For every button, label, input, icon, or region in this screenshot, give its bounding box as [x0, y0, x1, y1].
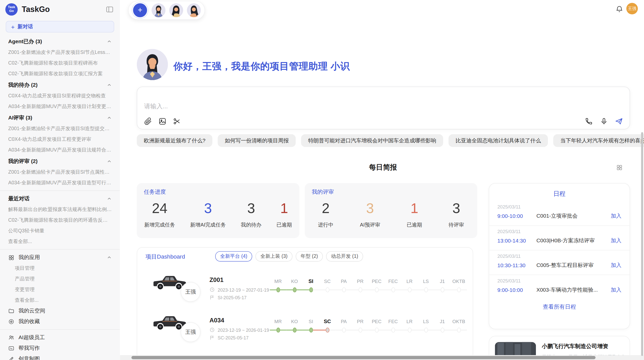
- sidebar-task-item[interactable]: Z001-全新燃油皮卡产品开发项目SI节点Lesson Learn报告: [8, 47, 112, 57]
- milestone-ls[interactable]: LS: [418, 317, 434, 335]
- suggestion-chip[interactable]: 当下年轻人对汽车外观有怎样的喜好趋势: [553, 134, 644, 147]
- milestone-sc[interactable]: SC: [319, 277, 336, 294]
- sidebar-task-item[interactable]: A034-全新新能源MUV产品开发项目造型可行性评审: [8, 177, 112, 188]
- project-row-z001[interactable]: 王强 Z001 2023-12-19 ~ 2027-01-19 SI-2025-…: [137, 271, 473, 312]
- milestone-pr[interactable]: PR: [352, 277, 369, 294]
- suggestion-chip[interactable]: 比亚迪全固态电池计划具体说了什么: [449, 134, 548, 147]
- schedule-item[interactable]: 2025/03/1113:00-14:30C003|H0B-方案冻结评审加入: [489, 226, 630, 250]
- milestone-j1[interactable]: J1: [434, 317, 451, 335]
- briefing-layout-icon[interactable]: [615, 163, 624, 172]
- avatar-3[interactable]: [187, 3, 201, 17]
- sidebar-section-header[interactable]: Agent已办 (3): [8, 36, 112, 47]
- project-code: Z001: [210, 276, 224, 283]
- sidebar-item-favorites[interactable]: 我的收藏: [8, 316, 112, 327]
- milestone-dot-row: [270, 285, 286, 294]
- milestone-lr[interactable]: LR: [401, 277, 418, 294]
- add-conversation-button[interactable]: +: [132, 3, 148, 18]
- app-sub-item[interactable]: 变更管理: [8, 284, 112, 295]
- sidebar-item-ai-super-staff[interactable]: AI超级员工: [8, 332, 112, 343]
- sidebar-task-item[interactable]: Z001-全新燃油轻卡产品开发项目SI造型提交物评审: [8, 123, 112, 134]
- avatar-1[interactable]: [152, 3, 166, 17]
- sidebar-collapse-icon[interactable]: [105, 5, 114, 14]
- milestone-dot-row: [352, 326, 369, 335]
- project-row-a034[interactable]: 王强 A034 2023-12-19 ~ 2026-01-19 SC-2025-…: [137, 312, 473, 353]
- suggestion-chip[interactable]: 欧洲新规最近颁布了什么?: [137, 134, 213, 147]
- milestone-dot: [293, 287, 297, 292]
- notification-bell-icon[interactable]: [615, 5, 623, 13]
- recent-chats-header[interactable]: 最近对话: [8, 193, 112, 204]
- milestone-ko[interactable]: KO: [286, 317, 303, 335]
- phone-call-icon[interactable]: [584, 117, 593, 125]
- milestone-mr[interactable]: MR: [270, 317, 286, 335]
- suggestion-chip[interactable]: 特朗普可能对进口汽车增税会对中国车企造成哪些影响: [301, 134, 443, 147]
- sidebar-task-item[interactable]: C0X4-动力总成开发项目工程变更评审: [8, 134, 112, 144]
- milestone-j1[interactable]: J1: [434, 277, 451, 294]
- greeting-text: 你好，王强，我是你的项目管理助理 小识: [173, 60, 350, 73]
- dashboard-tab[interactable]: 全新上装 (3): [255, 251, 292, 261]
- milestone-pr[interactable]: PR: [352, 317, 369, 335]
- dashboard-tab[interactable]: 年型 (2): [296, 251, 323, 261]
- recent-chat-item[interactable]: C02-飞腾新能源轻客改款项目的闭环通告反馈情况: [8, 215, 112, 226]
- milestone-sc[interactable]: SC: [319, 317, 336, 335]
- screenshot-scissors-icon[interactable]: [172, 117, 181, 125]
- join-link[interactable]: 加入: [611, 212, 621, 220]
- milestone-label: PR: [352, 277, 369, 285]
- milestone-lr[interactable]: LR: [401, 317, 418, 335]
- milestone-mr[interactable]: MR: [270, 277, 286, 294]
- schedule-time: 10:30-11:30: [497, 262, 536, 268]
- milestone-ls[interactable]: LS: [418, 277, 434, 294]
- dashboard-tab[interactable]: 全新平台 (4): [215, 251, 252, 261]
- milestone-fec[interactable]: FEC: [385, 317, 401, 335]
- sidebar-task-item[interactable]: C02-飞腾新能源轻客改款项目里程碑画布: [8, 57, 112, 68]
- app-sub-item[interactable]: 项目管理: [8, 263, 112, 273]
- sidebar-item-my-apps[interactable]: 我的应用: [8, 252, 112, 263]
- sidebar-section-header[interactable]: 我的待办 (2): [8, 80, 112, 90]
- user-avatar[interactable]: 王强: [626, 3, 638, 14]
- milestone-si[interactable]: SI: [303, 277, 319, 294]
- join-link[interactable]: 加入: [611, 286, 621, 294]
- sidebar-task-item[interactable]: Z001-全新燃油轻卡产品开发项目SI节点属性5D文件评审: [8, 167, 112, 177]
- sidebar-section-header[interactable]: 我的评审 (2): [8, 156, 112, 167]
- avatar-2[interactable]: [169, 3, 183, 17]
- milestone-oktb[interactable]: OKTB: [450, 277, 467, 294]
- chat-input-card[interactable]: 请输入...: [137, 87, 630, 129]
- sidebar-item-help-me-write[interactable]: 帮我写作: [8, 343, 112, 353]
- recent-chat-item[interactable]: 解释最新出台的欧盟报废车法规再生塑料比例被调至15%...: [8, 204, 112, 215]
- microphone-icon[interactable]: [600, 117, 608, 125]
- view-all-schedule-link[interactable]: 查看所有日程: [489, 303, 630, 311]
- sidebar-task-item[interactable]: A034-全新新能源MUV产品开发项目法规符合性评审: [8, 144, 112, 155]
- sidebar-task-item[interactable]: C0X4-动力总成开发项目SI里程碑提交物检查: [8, 90, 112, 101]
- milestone-oktb[interactable]: OKTB: [450, 317, 467, 335]
- image-upload-icon[interactable]: [158, 117, 166, 125]
- app-sub-item[interactable]: 查看全部...: [8, 295, 112, 305]
- stat-item: 3AI预评审: [360, 200, 380, 229]
- app-sub-item[interactable]: 产品管理: [8, 273, 112, 284]
- milestone-fec[interactable]: FEC: [385, 277, 401, 294]
- attachment-icon[interactable]: [144, 117, 152, 125]
- milestone-ko[interactable]: KO: [286, 277, 303, 294]
- schedule-list: 2025/03/119:00-10:00C001-立项审批会加入2025/03/…: [489, 201, 630, 299]
- sidebar-item-cloud-space[interactable]: 我的云空间: [8, 305, 112, 316]
- recent-chat-item[interactable]: 查看全部...: [8, 236, 112, 247]
- recent-chat-item[interactable]: 公司Q3轻卡销量: [8, 226, 112, 236]
- join-link[interactable]: 加入: [611, 262, 621, 269]
- sidebar-task-item[interactable]: C02-飞腾新能源轻客改款项目立项汇报方案: [8, 68, 112, 79]
- sidebar-item-creative-drawing[interactable]: 创意制图: [8, 353, 112, 360]
- schedule-item[interactable]: 2025/03/119:00-10:00C001-立项审批会加入: [489, 201, 630, 226]
- milestone-pa[interactable]: PA: [335, 317, 352, 335]
- sidebar-task-item[interactable]: A034-全新新能源MUV产品开发项目计划变更表编写: [8, 101, 112, 112]
- new-chat-button[interactable]: + 新对话: [6, 21, 114, 32]
- milestone-si[interactable]: SI: [303, 317, 319, 335]
- dashboard-tab[interactable]: 动总开发 (1): [326, 251, 363, 261]
- milestone-pa[interactable]: PA: [335, 277, 352, 294]
- join-link[interactable]: 加入: [611, 237, 621, 244]
- milestone-pec[interactable]: PEC: [368, 277, 385, 294]
- vertical-scrollbar-thumb[interactable]: [641, 132, 643, 356]
- milestone-pec[interactable]: PEC: [368, 317, 385, 335]
- horizontal-scrollbar-thumb[interactable]: [131, 356, 596, 359]
- send-icon[interactable]: [615, 117, 623, 125]
- schedule-item[interactable]: 2025/03/119:00-10:00X003-车辆动力学性能验...加入: [489, 275, 630, 299]
- sidebar-section-header[interactable]: AI评审 (3): [8, 112, 112, 123]
- suggestion-chip[interactable]: 如何写一份清晰的项目周报: [218, 134, 296, 147]
- schedule-item[interactable]: 2025/03/1110:30-11:30C005-整车工程目标评审加入: [489, 250, 630, 275]
